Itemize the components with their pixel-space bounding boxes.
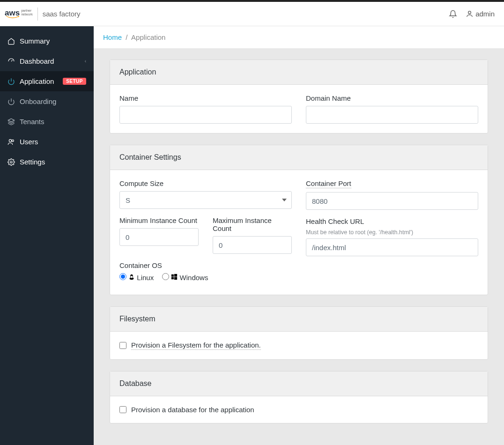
provision-database-label: Provision a database for the application: [131, 406, 254, 414]
user-label: admin: [475, 10, 495, 18]
card-header: Database: [110, 371, 488, 396]
logo-partner-text: partner: [21, 9, 33, 13]
application-card: Application Name Domain Name: [110, 59, 488, 134]
health-check-input[interactable]: [306, 238, 478, 256]
container-port-label: Container Port: [306, 179, 351, 188]
power-icon: [7, 78, 15, 85]
svg-rect-12: [171, 274, 174, 277]
sidebar-item-application[interactable]: Application SETUP: [0, 71, 94, 91]
logo-group: aws partner network saas factory: [5, 7, 81, 21]
sidebar-item-label: Users: [20, 138, 38, 146]
card-header: Filesystem: [110, 307, 488, 332]
sidebar-item-label: Onboarding: [20, 97, 56, 105]
sidebar-item-label: Settings: [20, 158, 45, 166]
chevron-left-icon: ‹: [85, 59, 86, 64]
card-header: Application: [110, 60, 488, 85]
users-icon: [7, 138, 15, 146]
main-content: Home / Application Application Name: [94, 26, 504, 445]
provision-filesystem-option[interactable]: Provision a Filesystem for the applicati…: [119, 341, 478, 350]
container-port-input[interactable]: [306, 192, 478, 210]
sidebar-item-tenants[interactable]: Tenants: [0, 111, 94, 132]
container-settings-card: Container Settings Compute Size S: [110, 145, 488, 295]
sidebar-item-label: Dashboard: [20, 57, 54, 65]
header: aws partner network saas factory admin: [0, 2, 504, 26]
breadcrumb-separator: /: [126, 33, 127, 41]
linux-icon: [128, 274, 135, 280]
database-card: Database Provision a database for the ap…: [110, 371, 488, 423]
user-icon: [466, 10, 474, 18]
svg-point-6: [10, 161, 12, 163]
layers-icon: [7, 118, 15, 126]
sidebar-item-dashboard[interactable]: Dashboard ‹: [0, 51, 94, 71]
sidebar-item-users[interactable]: Users: [0, 132, 94, 152]
os-windows-radio[interactable]: [162, 273, 169, 280]
breadcrumb-home-link[interactable]: Home: [103, 33, 122, 41]
gauge-icon: [7, 58, 15, 65]
provision-database-option[interactable]: Provision a database for the application: [119, 406, 478, 414]
os-linux-label: Linux: [137, 274, 154, 282]
sidebar-item-onboarding[interactable]: Onboarding: [0, 91, 94, 111]
max-instance-label: Maximum Instance Count: [213, 216, 292, 232]
logo-network-text: network: [21, 13, 33, 16]
svg-rect-14: [171, 277, 174, 279]
sidebar-item-settings[interactable]: Settings: [0, 152, 94, 172]
compute-size-select[interactable]: S: [119, 191, 292, 209]
name-input[interactable]: [119, 106, 292, 124]
health-check-label: Health Check URL: [306, 217, 478, 225]
svg-point-11: [132, 275, 133, 276]
home-icon: [7, 37, 15, 45]
sidebar-item-summary[interactable]: Summary: [0, 31, 94, 51]
filesystem-card: Filesystem Provision a Filesystem for th…: [110, 306, 488, 360]
svg-point-5: [12, 140, 14, 141]
setup-badge: SETUP: [63, 78, 86, 85]
container-os-label: Container OS: [119, 261, 292, 269]
svg-rect-13: [174, 274, 177, 277]
min-instance-label: Minimum Instance Count: [119, 216, 199, 224]
windows-icon: [171, 274, 178, 280]
min-instance-input[interactable]: [119, 228, 199, 246]
sidebar-item-label: Summary: [20, 37, 50, 45]
aws-partner-logo: aws partner network: [5, 9, 33, 19]
domain-name-input[interactable]: [306, 106, 478, 124]
logo-aws-text: aws: [5, 9, 20, 17]
os-linux-radio[interactable]: [119, 273, 126, 280]
power-icon: [7, 98, 15, 105]
logo-product-text: saas factory: [43, 10, 81, 18]
sidebar-item-label: Application: [20, 77, 54, 85]
card-header: Container Settings: [110, 145, 488, 170]
svg-point-9: [131, 275, 133, 278]
svg-point-4: [9, 139, 11, 141]
breadcrumb-current: Application: [131, 33, 165, 41]
sidebar-item-label: Tenants: [20, 118, 44, 126]
max-instance-input[interactable]: [213, 236, 292, 254]
os-windows-label: Windows: [180, 274, 208, 282]
health-check-hint: Must be relative to root (eg. '/health.h…: [306, 229, 478, 236]
svg-marker-3: [8, 119, 14, 122]
provision-filesystem-label: Provision a Filesystem for the applicati…: [131, 341, 261, 350]
compute-size-label: Compute Size: [119, 179, 292, 187]
user-menu[interactable]: admin: [466, 10, 495, 18]
os-linux-option[interactable]: Linux: [119, 273, 154, 282]
svg-rect-15: [174, 277, 177, 280]
logo-divider: [37, 7, 38, 21]
provision-filesystem-checkbox[interactable]: [119, 342, 126, 349]
provision-database-checkbox[interactable]: [119, 406, 126, 413]
notifications-icon[interactable]: [449, 10, 457, 18]
svg-point-0: [468, 11, 471, 14]
sidebar: Summary Dashboard ‹ Application SETUP On…: [0, 26, 94, 445]
name-label: Name: [119, 94, 292, 102]
gear-icon: [7, 158, 15, 166]
os-windows-option[interactable]: Windows: [162, 273, 208, 282]
svg-point-10: [131, 275, 131, 276]
domain-name-label: Domain Name: [306, 94, 478, 102]
breadcrumb: Home / Application: [94, 26, 504, 48]
